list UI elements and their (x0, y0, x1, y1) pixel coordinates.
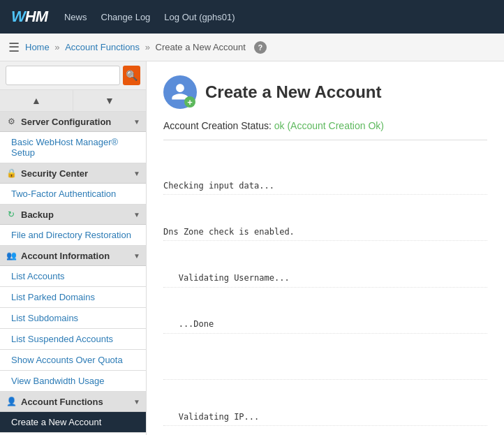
server-config-label: Server Configuration (21, 117, 133, 127)
sidebar: 🔍 ▲ ▼ ⚙ Server Configuration ▼ Basic Web… (0, 61, 147, 435)
sidebar-item-basic-webhost[interactable]: Basic WebHost Manager® Setup (0, 132, 146, 163)
nav-down-button[interactable]: ▼ (73, 90, 146, 111)
sidebar-nav-arrows: ▲ ▼ (0, 90, 146, 112)
sidebar-item-server-configuration[interactable]: ⚙ Server Configuration ▼ (0, 112, 146, 132)
nav-logout-link[interactable]: Log Out (gphs01) (164, 12, 235, 22)
top-nav-links: News Change Log Log Out (gphs01) (64, 12, 235, 22)
sidebar-item-backup[interactable]: ↻ Backup ▼ (0, 205, 146, 225)
log-line-5 (163, 362, 487, 379)
user-plus-icon: + (163, 75, 197, 109)
backup-icon: ↻ (6, 209, 17, 220)
whm-logo: WHM (11, 8, 47, 26)
account-functions-icon: 👤 (6, 396, 17, 407)
log-line-1: Checking input data... (163, 177, 487, 195)
sidebar-item-create-new-account[interactable]: Create a New Account (0, 412, 146, 433)
sidebar-item-file-dir-restoration[interactable]: File and Directory Restoration (0, 225, 146, 246)
chevron-down-icon-5: ▼ (133, 398, 140, 406)
log-line-6: Validating IP... (163, 408, 487, 426)
nav-changelog-link[interactable]: Change Log (101, 12, 151, 22)
sidebar-search-bar: 🔍 (0, 61, 146, 90)
log-line-4: ...Done (163, 316, 487, 333)
sidebar-item-list-parked-domains[interactable]: List Parked Domains (0, 287, 146, 308)
nav-up-button[interactable]: ▲ (0, 90, 73, 111)
help-icon[interactable]: ? (254, 41, 267, 54)
sidebar-content: ⚙ Server Configuration ▼ Basic WebHost M… (0, 112, 146, 435)
chevron-down-icon-2: ▼ (133, 170, 140, 177)
sidebar-item-list-suspended-accounts[interactable]: List Suspended Accounts (0, 329, 146, 350)
chevron-down-icon-4: ▼ (133, 252, 140, 260)
server-config-icon: ⚙ (6, 116, 17, 127)
breadcrumb-sep-1: » (54, 42, 62, 52)
top-nav: WHM News Change Log Log Out (gphs01) (0, 0, 504, 34)
account-info-icon: 👥 (6, 250, 17, 261)
breadcrumb-current: Create a New Account (156, 42, 246, 52)
breadcrumb-sep-2: » (145, 42, 153, 52)
lock-icon: 🔒 (6, 168, 17, 179)
sidebar-item-two-factor-auth[interactable]: Two-Factor Authentication (0, 184, 146, 205)
sidebar-item-show-accounts-over-quota[interactable]: Show Accounts Over Quota (0, 350, 146, 371)
chevron-down-icon-3: ▼ (133, 211, 140, 219)
status-label: Account Creation Status: (163, 120, 272, 131)
log-output: Checking input data... Dns Zone check is… (163, 149, 487, 435)
status-value: ok (Account Creation Ok) (274, 120, 384, 131)
sidebar-item-list-accounts[interactable]: List Accounts (0, 266, 146, 287)
log-line-3: Validating Username... (163, 270, 487, 287)
search-button[interactable]: 🔍 (123, 66, 140, 85)
sidebar-item-account-information[interactable]: 👥 Account Information ▼ (0, 246, 146, 266)
status-line: Account Creation Status: ok (Account Cre… (163, 120, 487, 140)
log-line-2: Dns Zone check is enabled. (163, 223, 487, 241)
breadcrumb-account-functions[interactable]: Account Functions (65, 42, 140, 52)
search-input[interactable] (6, 66, 120, 85)
page-title-row: + Create a New Account (163, 75, 487, 109)
breadcrumb-home[interactable]: Home (25, 42, 50, 52)
nav-news-link[interactable]: News (64, 12, 87, 22)
hamburger-icon[interactable]: ☰ (8, 40, 20, 55)
breadcrumb: Home » Account Functions » Create a New … (25, 42, 246, 52)
chevron-down-icon: ▼ (133, 118, 140, 126)
page-title: Create a New Account (205, 82, 382, 102)
sub-nav-bar: ☰ Home » Account Functions » Create a Ne… (0, 34, 504, 61)
sidebar-item-view-bandwidth-usage[interactable]: View Bandwidth Usage (0, 371, 146, 392)
plus-badge: + (184, 96, 195, 108)
sidebar-item-list-subdomains[interactable]: List Subdomains (0, 308, 146, 329)
backup-label: Backup (21, 209, 133, 220)
sidebar-item-account-functions[interactable]: 👤 Account Functions ▼ (0, 392, 146, 412)
security-center-label: Security Center (21, 168, 133, 179)
sidebar-item-security-center[interactable]: 🔒 Security Center ▼ (0, 163, 146, 184)
account-info-label: Account Information (21, 251, 133, 261)
account-functions-label: Account Functions (21, 397, 133, 407)
main-content: + Create a New Account Account Creation … (147, 61, 504, 435)
main-layout: 🔍 ▲ ▼ ⚙ Server Configuration ▼ Basic Web… (0, 61, 504, 435)
